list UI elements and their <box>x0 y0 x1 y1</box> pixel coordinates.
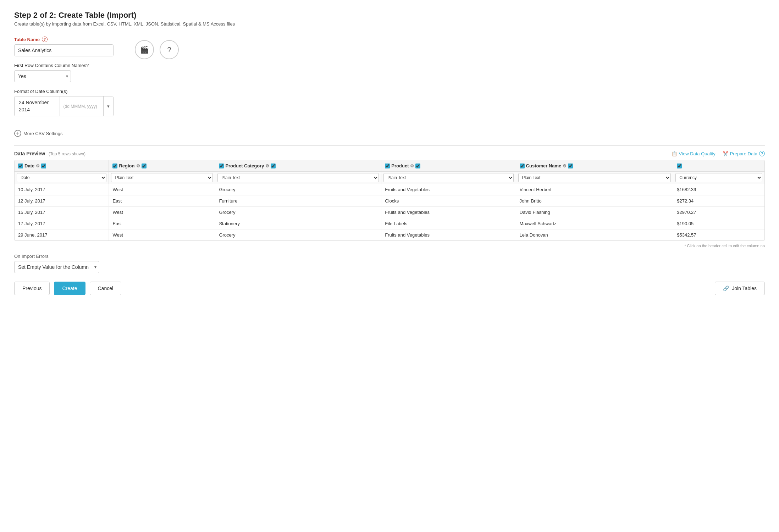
page-subtitle: Create table(s) by importing data from E… <box>14 21 765 27</box>
table-cell: $272.34 <box>673 195 764 207</box>
col-header-region[interactable]: Region ⚙ <box>109 160 215 172</box>
col-checkbox-sales[interactable] <box>677 164 682 168</box>
divider <box>14 145 765 146</box>
type-cell-date[interactable]: Date Plain Text Number <box>15 172 109 184</box>
date-format-hint: (dd MMMM, yyyy) <box>60 96 104 116</box>
col-header-sales[interactable] <box>673 160 764 172</box>
col-gear-region[interactable]: ⚙ <box>136 164 140 168</box>
table-cell: $5342.57 <box>673 229 764 241</box>
date-format-dropdown-btn[interactable]: ▾ <box>103 96 113 116</box>
col-checkbox-customer-name-2[interactable] <box>568 164 573 168</box>
col-gear-product[interactable]: ⚙ <box>410 164 414 168</box>
type-row: Date Plain Text Number Plain Text Date N… <box>15 172 764 184</box>
type-cell-sales[interactable]: Currency Number Plain Text <box>673 172 764 184</box>
data-preview-header: Data Preview (Top 5 rows shown) 📋 View D… <box>14 151 765 156</box>
type-cell-product[interactable]: Plain Text Date Number <box>381 172 516 184</box>
table-cell: Vincent Herbert <box>516 184 673 195</box>
table-cell: East <box>109 218 215 229</box>
type-cell-customer-name[interactable]: Plain Text Date Number <box>516 172 673 184</box>
data-quality-icon: 📋 <box>672 151 677 156</box>
type-select-date[interactable]: Date Plain Text Number <box>17 173 106 182</box>
col-checkbox-region[interactable] <box>112 164 117 168</box>
table-cell: West <box>109 184 215 195</box>
link-icon: 🔗 <box>723 286 729 291</box>
table-row: 17 July, 2017EastStationeryFile LabelsMa… <box>15 218 764 229</box>
table-cell: Grocery <box>215 229 381 241</box>
prepare-data-icon: ✂️ <box>723 151 728 156</box>
table-cell: 15 July, 2017 <box>15 207 109 218</box>
table-cell: David Flashing <box>516 207 673 218</box>
col-gear-date[interactable]: ⚙ <box>36 164 40 168</box>
type-select-customer-name[interactable]: Plain Text Date Number <box>518 173 671 182</box>
table-cell: Clocks <box>381 195 516 207</box>
col-checkbox-product-2[interactable] <box>415 164 420 168</box>
table-cell: Furniture <box>215 195 381 207</box>
create-button[interactable]: Create <box>54 282 85 295</box>
table-cell: Grocery <box>215 184 381 195</box>
import-errors-label: On Import Errors <box>14 254 765 259</box>
col-header-row: Date ⚙ Region ⚙ Prod <box>15 160 764 172</box>
table-name-help-icon[interactable]: ? <box>42 37 48 42</box>
first-row-select[interactable]: Yes No <box>14 70 71 82</box>
table-row: 29 June, 2017WestGroceryFruits and Veget… <box>15 229 764 241</box>
table-cell: West <box>109 229 215 241</box>
col-checkbox-region-2[interactable] <box>142 164 147 168</box>
help-button[interactable]: ? <box>160 40 179 59</box>
import-errors-section: On Import Errors Set Empty Value for the… <box>14 254 765 273</box>
view-data-quality-link[interactable]: 📋 View Data Quality <box>672 151 716 156</box>
col-gear-customer-name[interactable]: ⚙ <box>563 164 567 168</box>
col-header-product-category[interactable]: Product Category ⚙ <box>215 160 381 172</box>
type-cell-product-category[interactable]: Plain Text Date Number <box>215 172 381 184</box>
previous-button[interactable]: Previous <box>14 282 50 295</box>
prepare-data-help-icon[interactable]: ? <box>759 151 765 156</box>
type-select-product-category[interactable]: Plain Text Date Number <box>217 173 379 182</box>
type-select-sales[interactable]: Currency Number Plain Text <box>675 173 762 182</box>
table-cell: Fruits and Vegetables <box>381 229 516 241</box>
table-cell: Lela Donovan <box>516 229 673 241</box>
data-preview-title-group: Data Preview (Top 5 rows shown) <box>14 151 85 156</box>
table-cell: File Labels <box>381 218 516 229</box>
col-checkbox-date-2[interactable] <box>41 164 46 168</box>
first-row-label: First Row Contains Column Names? <box>14 63 89 68</box>
col-gear-product-category[interactable]: ⚙ <box>265 164 269 168</box>
table-cell: $2970.27 <box>673 207 764 218</box>
type-select-product[interactable]: Plain Text Date Number <box>383 173 513 182</box>
table-name-input[interactable] <box>14 44 114 56</box>
data-preview-table: Date ⚙ Region ⚙ Prod <box>15 160 764 240</box>
type-cell-region[interactable]: Plain Text Date Number <box>109 172 215 184</box>
question-icon: ? <box>167 46 171 54</box>
bottom-buttons: Previous Create Cancel 🔗 Join Tables <box>14 282 765 295</box>
table-cell: Maxwell Schwartz <box>516 218 673 229</box>
table-cell: $190.05 <box>673 218 764 229</box>
preview-tbody: 10 July, 2017WestGroceryFruits and Veget… <box>15 184 764 241</box>
cancel-button[interactable]: Cancel <box>90 282 122 295</box>
data-table-wrapper: Date ⚙ Region ⚙ Prod <box>14 160 765 241</box>
camera-button[interactable]: 🎬 <box>135 40 154 59</box>
more-csv-link[interactable]: + More CSV Settings <box>14 130 765 137</box>
plus-icon: + <box>14 130 21 137</box>
col-checkbox-customer-name[interactable] <box>520 164 525 168</box>
col-header-customer-name[interactable]: Customer Name ⚙ <box>516 160 673 172</box>
table-name-label: Table Name <box>14 37 40 42</box>
page-title: Step 2 of 2: Create Table (Import) <box>14 11 765 20</box>
table-cell: $1682.39 <box>673 184 764 195</box>
camera-icon: 🎬 <box>140 45 149 54</box>
col-checkbox-product[interactable] <box>385 164 390 168</box>
table-cell: East <box>109 195 215 207</box>
type-select-region[interactable]: Plain Text Date Number <box>111 173 213 182</box>
table-cell: West <box>109 207 215 218</box>
import-errors-select[interactable]: Set Empty Value for the Column Skip the … <box>14 261 99 273</box>
col-header-product[interactable]: Product ⚙ <box>381 160 516 172</box>
date-format-label: Format of Date Column(s) <box>14 89 67 94</box>
data-preview-subtitle: (Top 5 rows shown) <box>49 151 85 156</box>
table-cell: 10 July, 2017 <box>15 184 109 195</box>
col-header-date[interactable]: Date ⚙ <box>15 160 109 172</box>
col-checkbox-product-category[interactable] <box>219 164 224 168</box>
table-cell: John Britto <box>516 195 673 207</box>
col-checkbox-product-category-2[interactable] <box>271 164 276 168</box>
table-row: 12 July, 2017EastFurnitureClocksJohn Bri… <box>15 195 764 207</box>
join-tables-button[interactable]: 🔗 Join Tables <box>715 282 765 295</box>
prepare-data-link[interactable]: ✂️ Prepare Data ? <box>723 151 765 156</box>
date-format-value: 24 November, 2014 <box>15 96 60 116</box>
col-checkbox-date[interactable] <box>18 164 23 168</box>
